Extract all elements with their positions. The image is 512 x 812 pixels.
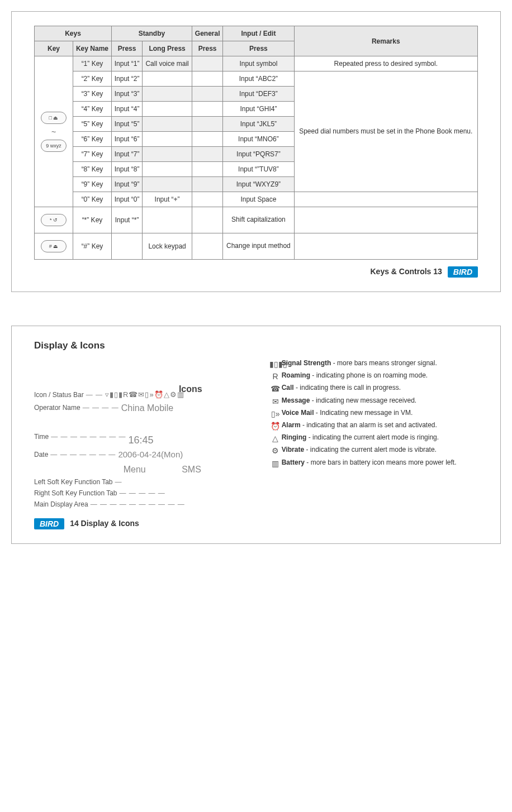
icon-description: Ringing - indicating the current alert m…: [282, 433, 478, 442]
icon-legend-item: RRoaming - indicating phone is on roamin…: [269, 371, 478, 381]
page-keys-controls: Keys Standby General Input / Edit Remark…: [11, 11, 501, 292]
th-press3: Press: [223, 41, 294, 56]
cell-inp: Input “JKL5”: [223, 117, 294, 132]
cell-remarks: Repeated press to desired symbol.: [294, 56, 477, 71]
status-icon: R: [269, 371, 282, 381]
icons-label: Icons: [179, 384, 202, 394]
cell-gen: [192, 147, 223, 162]
th-general: General: [192, 26, 223, 41]
cell-gen: [192, 132, 223, 147]
th-press1: Press: [111, 41, 142, 56]
cell-hash-long: Lock keypad: [143, 233, 192, 260]
status-icon: ⚙: [269, 446, 282, 456]
label-time: Time: [34, 433, 49, 441]
icon-description: Signal Strength - more bars means strong…: [282, 359, 478, 368]
cell-long: [143, 87, 192, 102]
icon-description: Call - indicating there is call in progr…: [282, 384, 478, 393]
th-key: Key: [35, 41, 73, 56]
cell-gen: [192, 71, 223, 87]
th-keys: Keys: [35, 26, 112, 41]
cell-press: Input “8”: [111, 162, 142, 177]
icon-legend-item: ⏰Alarm - indicating that an alarm is set…: [269, 421, 478, 431]
cell-star-press: Input “*”: [111, 207, 142, 233]
status-icon: ☎: [269, 384, 282, 394]
icon-description: Battery - more bars in battery icon mean…: [282, 458, 478, 467]
cell-name: “7” Key: [73, 147, 112, 162]
key-icon-numeric: □ ⏏~9 wxyz: [35, 56, 73, 207]
status-icon: ▮▯▮▯: [269, 359, 282, 369]
icon-legend-item: ☎Call - indicating there is call in prog…: [269, 384, 478, 394]
cell-name: “6” Key: [73, 132, 112, 147]
cell-press: Input “6”: [111, 132, 142, 147]
cell-long: [143, 102, 192, 117]
icon-description: Vibrate - indicating the current alert m…: [282, 446, 478, 455]
cell-star-name: “*” Key: [73, 207, 112, 233]
cell-hash-name: “#” Key: [73, 233, 112, 260]
cell-long: [143, 147, 192, 162]
page-display-icons: Display & Icons Icons Icon / Status Bar …: [11, 326, 501, 544]
cell-press: Input “2”: [111, 71, 142, 87]
status-icon: ▥: [269, 458, 282, 469]
screen-operator: China Mobile: [121, 403, 173, 413]
cell-star-inp: Shift capitalization: [223, 207, 294, 233]
cell-press: Input “3”: [111, 87, 142, 102]
th-standby: Standby: [111, 26, 192, 41]
cell-name: “1” Key: [73, 56, 112, 71]
table-row-star: * ↺ “*” Key Input “*” Shift capitalizati…: [35, 207, 478, 233]
phone-key-icon: 9 wxyz: [41, 140, 67, 152]
cell-name: “8” Key: [73, 162, 112, 177]
footer-text: Keys & Controls 13: [371, 267, 442, 276]
cell-press: Input “7”: [111, 147, 142, 162]
display-diagram: Icons Icon / Status Bar — — ▿▮▯▮R☎✉▯»⏰△⚙…: [34, 359, 264, 512]
icon-description: Roaming - indicating phone is on roaming…: [282, 371, 478, 380]
icon-description: Voice Mail - Indicating new message in V…: [282, 409, 478, 418]
th-remarks: Remarks: [294, 26, 477, 56]
cell-long: [143, 177, 192, 192]
cell-gen: [192, 162, 223, 177]
cell-long: [143, 132, 192, 147]
phone-key-icon: □ ⏏: [41, 112, 67, 124]
screen-iconbar: ▿▮▯▮R☎✉▯»⏰△⚙▥: [105, 390, 184, 399]
cell-inp: Input “ABC2”: [223, 71, 294, 87]
icon-legend: ▮▯▮▯Signal Strength - more bars means st…: [269, 359, 478, 512]
cell-inp: Input “DEF3”: [223, 87, 294, 102]
cell-hash-rem: [294, 233, 477, 260]
cell-name: “4” Key: [73, 102, 112, 117]
cell-gen: [192, 87, 223, 102]
label-operator: Operator Name: [34, 404, 80, 412]
page2-title: Display & Icons: [34, 340, 478, 351]
keys-table: Keys Standby General Input / Edit Remark…: [34, 26, 478, 260]
cell-inp: Input “WXYZ9”: [223, 177, 294, 192]
label-main-area: Main Display Area: [34, 500, 88, 508]
cell-star-long: [143, 207, 192, 233]
cell-name: “9” Key: [73, 177, 112, 192]
cell-inp: Input symbol: [223, 56, 294, 71]
th-input-edit: Input / Edit: [223, 26, 294, 41]
label-status-bar: Icon / Status Bar: [34, 391, 84, 399]
cell-star-gen: [192, 207, 223, 233]
icon-description: Message - indicating new message receive…: [282, 397, 478, 405]
table-row: “2” KeyInput “2”Input “ABC2”Speed dial n…: [35, 71, 478, 87]
footer-text: 14 Display & Icons: [70, 519, 139, 528]
cell-gen: [192, 56, 223, 71]
cell-gen: [192, 177, 223, 192]
cell-gen: [192, 117, 223, 132]
screen-date: 2006-04-24(Mon): [118, 450, 183, 459]
cell-inp: Input “GHI4”: [223, 102, 294, 117]
cell-inp: Input “MNO6”: [223, 132, 294, 147]
table-row-hash: # ⏏ “#” Key Lock keypad Change input met…: [35, 233, 478, 260]
cell-inp: Input “”TUV8”: [223, 162, 294, 177]
cell-long: [143, 71, 192, 87]
cell-long: [143, 162, 192, 177]
cell-name: “2” Key: [73, 71, 112, 87]
icon-description: Alarm - indicating that an alarm is set …: [282, 421, 478, 430]
brand-logo: BIRD: [448, 266, 478, 278]
icon-legend-item: ⚙Vibrate - indicating the current alert …: [269, 446, 478, 456]
cell-name: “3” Key: [73, 87, 112, 102]
cell-press: Input “9”: [111, 177, 142, 192]
cell-inp: Input Space: [223, 192, 294, 207]
table-row: “0” KeyInput “0”Input “+”Input Space: [35, 192, 478, 207]
screen-sms: SMS: [182, 465, 201, 474]
cell-press: Input “4”: [111, 102, 142, 117]
label-left-soft: Left Soft Key Function Tab: [34, 478, 113, 486]
